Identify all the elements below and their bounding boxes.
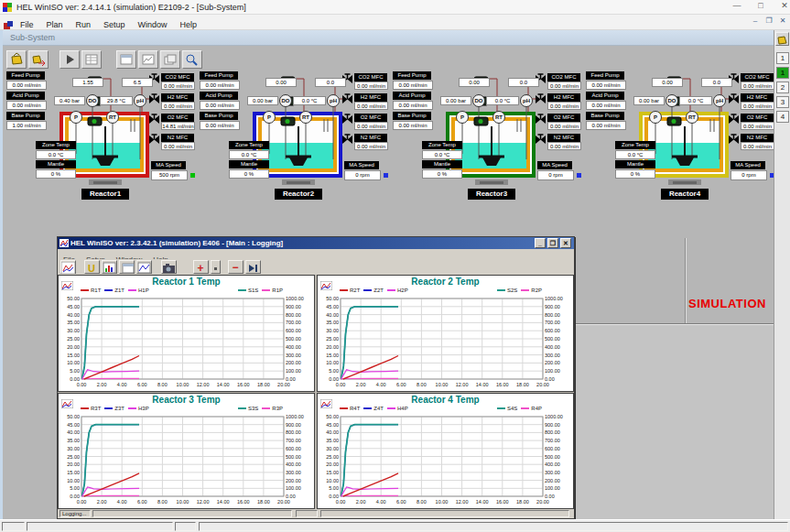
mfc-value[interactable]: 0.00 ml/min	[354, 81, 388, 90]
logging-minimize-button[interactable]: _	[535, 238, 546, 248]
maximize-button[interactable]: □	[752, 1, 770, 13]
pump-value[interactable]: 0.00 ml/min	[6, 101, 47, 110]
rt-gauge[interactable]: RT	[492, 111, 505, 124]
do-setpoint-value[interactable]: 0.00	[459, 78, 490, 87]
pump-value[interactable]: 0.00 ml/min	[586, 81, 626, 90]
pump-value[interactable]: 0.00 ml/min	[200, 101, 240, 110]
ma-speed-value[interactable]: 0 rpm	[730, 170, 767, 180]
pump-valve-icon[interactable]	[473, 114, 489, 124]
rt-gauge[interactable]: RT	[686, 111, 698, 124]
do-setpoint-value[interactable]: 0.00	[652, 78, 683, 87]
subsystem-page-button-4[interactable]: 4	[776, 111, 789, 123]
ph-gauge[interactable]: pH	[713, 94, 726, 107]
log-snapshot-button[interactable]	[161, 260, 177, 274]
do-gauge[interactable]: DO	[666, 94, 678, 107]
mfc-value[interactable]: 0.00 ml/min	[161, 102, 195, 110]
zone-temp-value[interactable]: 0.0 °C	[229, 150, 269, 159]
child-close-button[interactable]: ✕	[776, 16, 789, 27]
minimize-button[interactable]: —	[728, 1, 746, 13]
logging-restore-button[interactable]: ❐	[547, 238, 558, 248]
temperature-value[interactable]: 0.0 °C	[293, 96, 326, 105]
pump-value[interactable]: 0.00 ml/min	[200, 81, 240, 90]
subsystem-page-button-2[interactable]: 2	[776, 81, 789, 93]
child-minimize-button[interactable]: –	[749, 16, 762, 27]
log-grid-button[interactable]	[102, 260, 117, 274]
temperature-value[interactable]: 29.8 °C	[100, 96, 133, 105]
pressure-value[interactable]: 0.00 bar	[247, 96, 278, 105]
ma-speed-value[interactable]: 0 rpm	[344, 170, 381, 180]
pressure-gauge[interactable]: P	[70, 111, 82, 124]
rt-gauge[interactable]: RT	[106, 111, 119, 124]
mantle-value[interactable]: 0 %	[422, 169, 462, 179]
ph-gauge[interactable]: pH	[134, 94, 146, 107]
log-dot-button[interactable]	[211, 260, 221, 274]
subsystem-page-button-1[interactable]: 1	[776, 52, 789, 64]
menu-file[interactable]: File	[14, 18, 40, 31]
ph-setpoint-value[interactable]: 0.0	[701, 78, 732, 87]
pump-valve-icon[interactable]	[666, 114, 682, 124]
mfc-value[interactable]: 0.00 ml/min	[354, 122, 388, 130]
mfc-value[interactable]: 0.00 ml/min	[741, 122, 774, 130]
pump-valve-icon[interactable]	[87, 114, 103, 124]
mfc-valve-icon[interactable]	[148, 92, 160, 103]
log-pane-button[interactable]	[119, 260, 135, 274]
page-strip-tool-button[interactable]	[775, 32, 789, 46]
mfc-value[interactable]: 0.00 ml/min	[161, 81, 195, 90]
mfc-value[interactable]: 0.00 ml/min	[547, 81, 581, 90]
pressure-gauge[interactable]: P	[649, 111, 662, 124]
mfc-value[interactable]: 0.00 ml/min	[547, 122, 581, 130]
mfc-valve-icon[interactable]	[535, 132, 547, 144]
mfc-value[interactable]: 0.00 ml/min	[547, 102, 581, 110]
mfc-value[interactable]: 0.00 ml/min	[741, 81, 774, 90]
mfc-valve-icon[interactable]	[535, 92, 547, 103]
pump-value[interactable]: 0.00 ml/min	[393, 121, 433, 130]
do-gauge[interactable]: DO	[86, 94, 99, 107]
ma-speed-value[interactable]: 500 rpm	[151, 170, 188, 180]
pump-value[interactable]: 0.00 ml/min	[586, 121, 626, 130]
close-button[interactable]: ✕	[775, 1, 790, 13]
mfc-valve-icon[interactable]	[535, 112, 547, 124]
pump-value[interactable]: 0.00 ml/min	[586, 101, 626, 110]
mfc-valve-icon[interactable]	[728, 132, 740, 144]
temperature-value[interactable]: 0.0 °C	[679, 96, 712, 105]
ph-setpoint-value[interactable]: 6.5	[122, 78, 153, 87]
pump-value[interactable]: 1.00 ml/min	[6, 121, 47, 130]
mantle-value[interactable]: 0 %	[615, 169, 655, 179]
zone-temp-value[interactable]: 0.0 °C	[422, 150, 462, 159]
mfc-value[interactable]: 0.00 ml/min	[741, 142, 774, 150]
mfc-valve-icon[interactable]	[341, 132, 353, 144]
menu-help[interactable]: Help	[174, 18, 204, 31]
do-gauge[interactable]: DO	[472, 94, 485, 107]
menu-plan[interactable]: Plan	[40, 18, 70, 31]
subsystem-page-button-3[interactable]: 3	[776, 96, 789, 108]
pump-value[interactable]: 0.00 ml/min	[200, 121, 240, 130]
log-u-button[interactable]: U	[84, 260, 100, 274]
pump-value[interactable]: 0.00 ml/min	[6, 81, 47, 90]
mantle-value[interactable]: 0 %	[229, 169, 269, 179]
pump-value[interactable]: 0.00 ml/min	[393, 101, 433, 110]
mfc-valve-icon[interactable]	[148, 112, 160, 124]
pump-valve-icon[interactable]	[280, 114, 296, 124]
ph-setpoint-value[interactable]: 0.0	[508, 78, 539, 87]
temperature-value[interactable]: 0.0 °C	[486, 96, 519, 105]
mfc-value[interactable]: 14.81 ml/min	[161, 122, 195, 130]
ma-speed-value[interactable]: 0 rpm	[537, 170, 574, 180]
mfc-value[interactable]: 0.00 ml/min	[354, 142, 388, 150]
menu-run[interactable]: Run	[70, 18, 98, 31]
mfc-valve-icon[interactable]	[728, 92, 740, 103]
log-end-button[interactable]	[245, 260, 261, 274]
pressure-gauge[interactable]: P	[456, 111, 469, 124]
log-add-button[interactable]: +	[193, 260, 209, 274]
log-remove-button[interactable]: −	[228, 260, 243, 274]
mantle-value[interactable]: 0 %	[36, 169, 76, 179]
ph-gauge[interactable]: pH	[520, 94, 533, 107]
zone-temp-value[interactable]: 0.0 °C	[615, 150, 655, 159]
mfc-valve-icon[interactable]	[341, 112, 353, 124]
mfc-valve-icon[interactable]	[341, 92, 353, 103]
pressure-value[interactable]: 0.40 bar	[54, 96, 85, 105]
log-chart-button[interactable]	[60, 260, 76, 274]
mfc-value[interactable]: 0.00 ml/min	[741, 102, 774, 110]
pressure-value[interactable]: 0.00 bar	[633, 96, 665, 105]
ph-gauge[interactable]: pH	[327, 94, 340, 107]
pressure-gauge[interactable]: P	[263, 111, 276, 124]
